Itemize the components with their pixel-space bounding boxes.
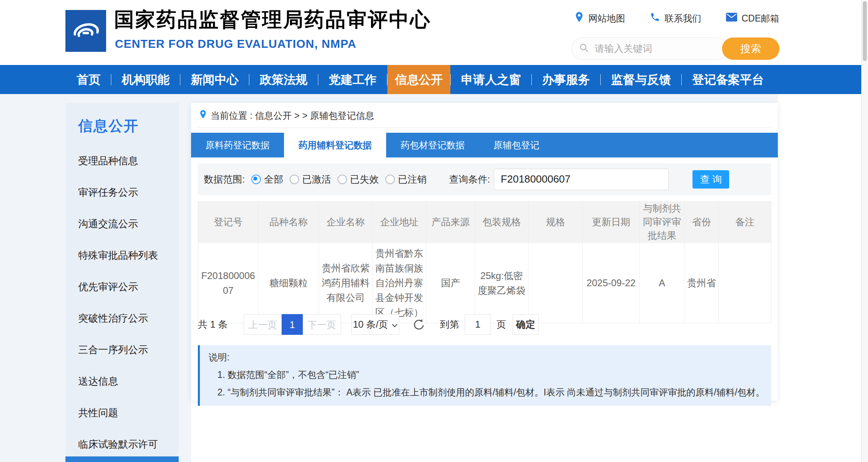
page-background-left-strip bbox=[0, 94, 65, 462]
vertical-scrollbar[interactable] bbox=[861, 0, 868, 462]
cell-variety-name: 糖细颗粒 bbox=[258, 243, 319, 323]
contact-us-link[interactable]: 联系我们 bbox=[650, 12, 701, 25]
goto-page-input[interactable] bbox=[465, 314, 491, 335]
note-line-1: 1. 数据范围“全部”，不包含“已注销” bbox=[217, 369, 762, 381]
col-header-company-name: 企业名称 bbox=[319, 202, 373, 243]
breadcrumb: 当前位置 : 信息公开 > > 原辅包登记信息 bbox=[199, 109, 374, 122]
prev-page-button[interactable]: 上一页 bbox=[244, 314, 282, 335]
nav-item-home[interactable]: 首页 bbox=[66, 65, 111, 94]
breadcrumb-text: 当前位置 : 信息公开 > > 原辅包登记信息 bbox=[211, 110, 374, 122]
content-card: 当前位置 : 信息公开 > > 原辅包登记信息 原料药登记数据 药用辅料登记数据… bbox=[191, 103, 778, 401]
nav-item-registration-platform[interactable]: 登记备案平台 bbox=[682, 65, 774, 94]
col-header-packaging-spec: 包装规格 bbox=[475, 202, 529, 243]
cell-spec bbox=[529, 243, 583, 323]
cde-mail-link[interactable]: CDE邮箱 bbox=[726, 12, 779, 25]
sidebar-item-clinical-trial-implied-license[interactable]: 临床试验默示许可 bbox=[78, 438, 179, 451]
nav-item-info-disclosure[interactable]: 信息公开 bbox=[387, 65, 450, 94]
cell-product-origin: 国产 bbox=[426, 243, 475, 323]
col-header-variety-name: 品种名称 bbox=[258, 202, 319, 243]
tab-api-registration-data[interactable]: 原料药登记数据 bbox=[191, 133, 284, 157]
page: 国家药品监督管理局药品审评中心 CENTER FOR DRUG EVALUATI… bbox=[0, 0, 868, 462]
nav-item-policies[interactable]: 政策法规 bbox=[249, 65, 318, 94]
nav-item-functions[interactable]: 机构职能 bbox=[111, 65, 180, 94]
page-background-gap bbox=[179, 103, 191, 462]
sidebar-item-breakthrough-therapy[interactable]: 突破性治疗公示 bbox=[78, 312, 179, 325]
sidebar-active-item-bar[interactable] bbox=[65, 456, 179, 462]
tab-excipient-registration-data[interactable]: 药用辅料登记数据 bbox=[284, 133, 386, 157]
scope-label: 数据范围: bbox=[204, 173, 245, 186]
radio-icon bbox=[251, 175, 261, 184]
cell-joint-review-result: A bbox=[640, 243, 685, 323]
sidebar-item-special-approval-list[interactable]: 特殊审批品种列表 bbox=[78, 249, 179, 262]
table-header-row: 登记号 品种名称 企业名称 企业地址 产品来源 包装规格 规格 更新日期 与制剂… bbox=[198, 202, 771, 243]
tab-packaging-registration-data[interactable]: 药包材登记数据 bbox=[386, 133, 479, 157]
sidebar-item-common-issues[interactable]: 共性问题 bbox=[78, 406, 179, 419]
note-title: 说明: bbox=[209, 351, 762, 364]
chevron-down-icon bbox=[392, 319, 398, 330]
breadcrumb-pin-icon bbox=[199, 109, 207, 122]
phone-icon bbox=[650, 12, 660, 25]
note-box: 说明: 1. 数据范围“全部”，不包含“已注销” 2. “与制剂共同审评审批结果… bbox=[198, 345, 771, 406]
note-line-2: 2. “与制剂共同审评审批结果”： A表示 已批准在上市制剂使用的原料/辅料/包… bbox=[217, 386, 762, 399]
radio-option-activated[interactable]: 已激活 bbox=[290, 173, 331, 186]
radio-icon bbox=[337, 175, 347, 184]
sidebar-item-review-tasks[interactable]: 审评任务公示 bbox=[78, 186, 179, 199]
col-header-province: 省份 bbox=[685, 202, 719, 243]
sidebar: 信息公开 受理品种信息 审评任务公示 沟通交流公示 特殊审批品种列表 优先审评公… bbox=[65, 103, 179, 462]
radio-option-expired[interactable]: 已失效 bbox=[337, 173, 379, 186]
nav-item-services[interactable]: 办事服务 bbox=[532, 65, 600, 94]
site-title: 国家药品监督管理局药品审评中心 bbox=[114, 6, 431, 33]
query-input[interactable] bbox=[494, 169, 669, 190]
current-page-button[interactable]: 1 bbox=[282, 314, 303, 335]
sidebar-item-communication[interactable]: 沟通交流公示 bbox=[78, 217, 179, 230]
site-search-box bbox=[571, 37, 728, 60]
scrollbar-thumb[interactable] bbox=[863, 1, 867, 61]
nav-item-applicant-window[interactable]: 申请人之窗 bbox=[451, 65, 531, 94]
cell-remarks bbox=[719, 243, 771, 323]
filter-bar: 数据范围: 全部 已激活 已失效 已注销 查询条件: 查 询 bbox=[198, 163, 771, 195]
cell-company-name: 贵州省欣紫鸿药用辅料有限公司 bbox=[319, 243, 373, 323]
sidebar-item-priority-review[interactable]: 优先审评公示 bbox=[78, 280, 179, 293]
query-button[interactable]: 查 询 bbox=[692, 170, 729, 189]
location-pin-icon bbox=[574, 11, 584, 26]
goto-confirm-button[interactable]: 确定 bbox=[513, 314, 539, 335]
site-header: 国家药品监督管理局药品审评中心 CENTER FOR DRUG EVALUATI… bbox=[0, 0, 868, 65]
nav-item-news[interactable]: 新闻中心 bbox=[180, 65, 249, 94]
envelope-icon bbox=[726, 13, 737, 24]
radio-icon bbox=[385, 175, 395, 184]
goto-page-label: 到第 bbox=[440, 318, 459, 331]
cell-registration-number: F20180000607 bbox=[198, 243, 258, 323]
sitemap-link[interactable]: 网站地图 bbox=[574, 11, 625, 26]
cell-company-address: 贵州省黔东南苗族侗族自治州丹寨县金钟开发区（七标） bbox=[373, 243, 426, 323]
page-button-group: 上一页 1 下一页 bbox=[244, 314, 341, 335]
cell-packaging-spec: 25kg:低密度聚乙烯袋 bbox=[475, 243, 529, 323]
breadcrumb-divider bbox=[198, 128, 771, 128]
sidebar-item-delivery-info[interactable]: 送达信息 bbox=[78, 375, 179, 388]
tab-apipkg-registration[interactable]: 原辅包登记 bbox=[479, 133, 554, 157]
nav-item-supervision-feedback[interactable]: 监督与反馈 bbox=[601, 65, 681, 94]
cell-province: 贵州省 bbox=[685, 243, 719, 323]
radio-option-all[interactable]: 全部 bbox=[251, 173, 283, 186]
header-quick-links: 网站地图 联系我们 CDE邮箱 bbox=[574, 11, 779, 26]
cde-swan-logo-icon bbox=[69, 13, 103, 49]
col-header-update-date: 更新日期 bbox=[583, 202, 640, 243]
site-logo[interactable] bbox=[65, 10, 106, 52]
nav-item-party-building[interactable]: 党建工作 bbox=[318, 65, 387, 94]
sidebar-item-three-in-one-sequence[interactable]: 三合一序列公示 bbox=[78, 343, 179, 356]
col-header-spec: 规格 bbox=[529, 202, 583, 243]
site-subtitle: CENTER FOR DRUG EVALUATION, NMPA bbox=[115, 37, 357, 51]
page-size-select[interactable]: 10 条/页 bbox=[351, 314, 399, 335]
site-search-button[interactable]: 搜索 bbox=[722, 37, 779, 60]
col-header-registration-number: 登记号 bbox=[198, 202, 258, 243]
radio-option-cancelled[interactable]: 已注销 bbox=[385, 173, 427, 186]
sidebar-item-accepted-varieties[interactable]: 受理品种信息 bbox=[78, 154, 179, 167]
site-search-input[interactable] bbox=[594, 43, 683, 55]
dataset-tabbar: 原料药登记数据 药用辅料登记数据 药包材登记数据 原辅包登记 bbox=[191, 133, 778, 157]
col-header-company-address: 企业地址 bbox=[373, 202, 426, 243]
next-page-button[interactable]: 下一页 bbox=[303, 314, 341, 335]
col-header-remarks: 备注 bbox=[719, 202, 771, 243]
registration-table: 登记号 品种名称 企业名称 企业地址 产品来源 包装规格 规格 更新日期 与制剂… bbox=[198, 201, 771, 323]
refresh-icon[interactable] bbox=[411, 317, 426, 332]
main-nav: 首页 机构职能 新闻中心 政策法规 党建工作 信息公开 申请人之窗 办事服务 监… bbox=[0, 65, 868, 94]
page-background-band bbox=[0, 94, 778, 103]
